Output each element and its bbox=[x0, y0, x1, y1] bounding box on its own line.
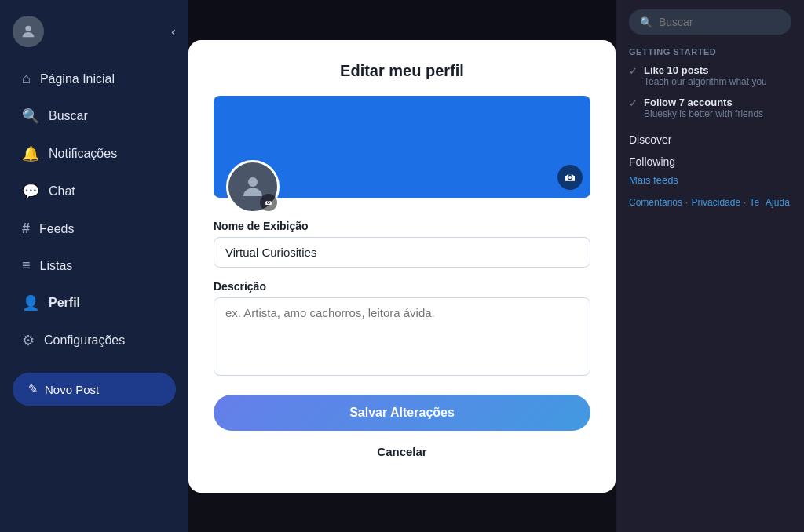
sidebar-item-label: Feeds bbox=[39, 222, 74, 236]
right-sidebar: 🔍 GETTING STARTED ✓ Like 10 posts Teach … bbox=[616, 0, 804, 532]
display-name-input[interactable] bbox=[214, 237, 590, 268]
footer-link-ajuda[interactable]: Ajuda bbox=[766, 197, 790, 211]
sidebar-item-chat[interactable]: 💬 Chat bbox=[6, 173, 182, 210]
sidebar-header: ‹ bbox=[0, 9, 188, 60]
feeds-icon: # bbox=[22, 220, 30, 237]
new-post-button[interactable]: ✎ Novo Post bbox=[13, 373, 176, 406]
collapse-sidebar-button[interactable]: ‹ bbox=[171, 24, 176, 40]
modal-overlay: Editar meu perfil bbox=[188, 0, 616, 532]
sidebar-item-settings[interactable]: ⚙ Configurações bbox=[6, 322, 182, 359]
profile-icon: 👤 bbox=[22, 294, 39, 312]
right-nav-more-feeds[interactable]: Mais feeds bbox=[629, 173, 791, 188]
gs-item-1-title: Follow 7 accounts bbox=[644, 97, 763, 108]
sidebar-item-label: Configurações bbox=[44, 333, 125, 348]
profile-banner bbox=[214, 96, 590, 198]
search-input[interactable] bbox=[659, 16, 780, 28]
description-textarea[interactable] bbox=[214, 297, 590, 376]
sidebar-item-label: Página Inicial bbox=[40, 72, 115, 86]
getting-started-section-title: GETTING STARTED bbox=[629, 47, 791, 56]
sidebar-item-home[interactable]: ⌂ Página Inicial bbox=[6, 61, 182, 97]
sidebar-item-notifications[interactable]: 🔔 Notificações bbox=[6, 136, 182, 172]
save-changes-button[interactable]: Salvar Alterações bbox=[214, 395, 590, 431]
home-icon: ⌂ bbox=[22, 71, 31, 87]
chat-icon: 💬 bbox=[22, 183, 39, 200]
profile-avatar[interactable] bbox=[226, 160, 280, 213]
gs-item-0-title: Like 10 posts bbox=[644, 64, 767, 76]
footer-link-privacidade[interactable]: Privacidade bbox=[691, 197, 740, 211]
display-name-label: Nome de Exibição bbox=[214, 220, 590, 232]
profile-pic-camera-button[interactable] bbox=[260, 194, 277, 211]
gs-item-0-desc: Teach our algorithm what you bbox=[644, 76, 767, 87]
sidebar-item-search[interactable]: 🔍 Buscar bbox=[6, 98, 182, 134]
check-icon-1: ✓ bbox=[629, 97, 638, 109]
sidebar-item-label: Buscar bbox=[49, 109, 88, 123]
search-bar: 🔍 bbox=[629, 9, 791, 35]
bell-icon: 🔔 bbox=[22, 145, 39, 162]
search-icon: 🔍 bbox=[22, 107, 39, 125]
sidebar: ‹ ⌂ Página Inicial 🔍 Buscar 🔔 Notificaçõ… bbox=[0, 0, 188, 532]
lists-icon: ≡ bbox=[22, 257, 31, 274]
footer-link-comentarios[interactable]: Comentários bbox=[629, 197, 682, 211]
footer-link-te[interactable]: Te bbox=[749, 197, 759, 211]
gs-item-1-content: Follow 7 accounts Bluesky is better with… bbox=[644, 97, 763, 119]
sidebar-item-label: Perfil bbox=[49, 296, 80, 310]
search-icon: 🔍 bbox=[640, 16, 652, 28]
edit-profile-modal: Editar meu perfil bbox=[188, 40, 616, 493]
gs-item-0: ✓ Like 10 posts Teach our algorithm what… bbox=[629, 64, 791, 87]
sidebar-item-label: Chat bbox=[49, 184, 75, 199]
sidebar-nav: ⌂ Página Inicial 🔍 Buscar 🔔 Notificações… bbox=[0, 60, 188, 360]
gs-item-1-desc: Bluesky is better with friends bbox=[644, 108, 763, 119]
sidebar-item-profile[interactable]: 👤 Perfil bbox=[6, 285, 182, 321]
right-nav-following[interactable]: Following bbox=[629, 151, 791, 173]
profile-picture-area bbox=[226, 160, 280, 213]
svg-point-1 bbox=[248, 177, 258, 187]
sidebar-item-label: Notificações bbox=[49, 147, 117, 161]
gs-item-0-content: Like 10 posts Teach our algorithm what y… bbox=[644, 64, 767, 87]
gs-item-1: ✓ Follow 7 accounts Bluesky is better wi… bbox=[629, 97, 791, 119]
right-nav-discover[interactable]: Discover bbox=[629, 129, 791, 151]
profile-form: Nome de Exibição Descrição Salvar Altera… bbox=[214, 220, 590, 468]
svg-point-0 bbox=[25, 26, 31, 31]
sidebar-item-label: Listas bbox=[40, 259, 73, 273]
sidebar-item-feeds[interactable]: # Feeds bbox=[6, 211, 182, 246]
avatar[interactable] bbox=[13, 16, 44, 47]
check-icon-0: ✓ bbox=[629, 65, 638, 77]
new-post-label: Novo Post bbox=[45, 383, 99, 396]
main-content: Editar meu perfil bbox=[188, 0, 616, 532]
cancel-button[interactable]: Cancelar bbox=[214, 435, 590, 468]
footer-links: Comentários · Privacidade · Te Ajuda bbox=[629, 197, 791, 211]
edit-icon: ✎ bbox=[28, 382, 38, 396]
sidebar-item-lists[interactable]: ≡ Listas bbox=[6, 248, 182, 283]
banner-camera-button[interactable] bbox=[557, 165, 583, 190]
modal-title: Editar meu perfil bbox=[214, 62, 590, 80]
description-label: Descrição bbox=[214, 280, 590, 293]
gear-icon: ⚙ bbox=[22, 332, 35, 349]
